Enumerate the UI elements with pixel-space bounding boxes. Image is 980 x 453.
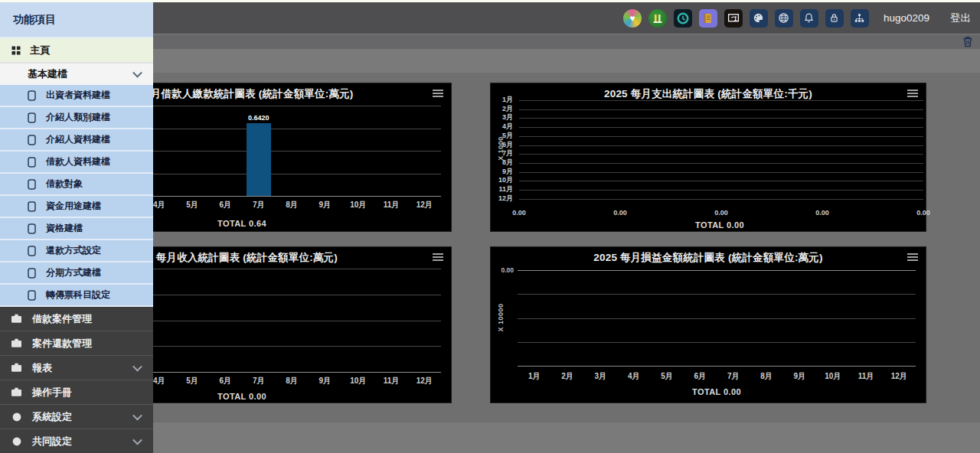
sidebar-item-group[interactable]: 報表 (0, 356, 153, 380)
sidebar-subitem[interactable]: 轉傳票科目設定 (0, 285, 153, 307)
sidebar-subitem[interactable]: 還款方式設定 (0, 240, 153, 262)
flower-logo-icon[interactable]: ♥ (623, 9, 642, 28)
presentation-app-icon[interactable] (724, 9, 743, 28)
sidebar-subitem-label: 介紹人資料建檔 (46, 133, 110, 146)
lock-glyph (828, 11, 841, 24)
sidebar-item-page[interactable]: 案件還款管理 (0, 331, 153, 356)
x-axis-tick: 0.00 (512, 209, 526, 217)
x-axis-label: 5月 (186, 376, 198, 386)
sidebar-subitem[interactable]: 資格建檔 (0, 218, 153, 240)
sidebar-item-page[interactable]: 借款案件管理 (0, 307, 153, 331)
x-axis-label: 11月 (858, 371, 874, 382)
x-axis-label: 7月 (253, 200, 265, 210)
x-axis-label: 9月 (319, 200, 332, 210)
x-axis-label: 6月 (220, 376, 232, 386)
sidebar-subitem[interactable]: 借款對象 (0, 174, 153, 196)
journal-icon (26, 223, 38, 234)
chart-total-label: TOTAL 0.00 (516, 220, 923, 230)
sidebar-item-page[interactable]: 操作手冊 (0, 380, 153, 405)
chart-menu-icon[interactable] (433, 90, 443, 99)
briefcase-icon (11, 314, 22, 324)
journal-icon (26, 135, 38, 145)
row-line (519, 172, 923, 173)
x-axis-label: 8月 (760, 371, 773, 382)
green-bank-logo-icon[interactable] (648, 9, 667, 28)
chevron-down-icon (132, 410, 142, 420)
chart-menu-icon[interactable] (907, 90, 918, 99)
chart-title: 2025 每月損益金額統計圖表 (統計金額單位:萬元) (491, 251, 926, 265)
x-axis-label: 4月 (153, 200, 165, 210)
sidebar-subitem-label: 介紹人類別建檔 (46, 111, 110, 124)
x-axis-label: 9月 (319, 376, 332, 386)
row-line (519, 199, 923, 200)
gridline (518, 342, 916, 343)
y-axis-label: 12月 (491, 194, 513, 204)
x-axis-label: 4月 (628, 371, 640, 382)
x-axis-label: 10月 (350, 200, 366, 210)
chevron-down-icon (132, 435, 142, 445)
sidebar-item-label: 借款案件管理 (32, 312, 92, 326)
sidebar-item-home[interactable]: 主頁 (0, 38, 153, 64)
row-line (519, 100, 923, 101)
x-axis-label: 2月 (561, 371, 573, 382)
sidebar-item-group[interactable]: 共同設定 (0, 429, 153, 453)
scroll-app-icon[interactable] (699, 9, 717, 28)
briefcase-icon (11, 387, 22, 397)
chart-panel-monthly-expense: 2025 每月支出統計圖表 (統計金額單位:千元) TOTAL 0.00 1月2… (490, 83, 926, 232)
sidebar-item-label: 主頁 (30, 44, 50, 57)
sitemap-icon[interactable] (851, 9, 869, 28)
trash-icon[interactable] (962, 36, 973, 47)
logout-button[interactable]: 登出 (950, 11, 971, 25)
journal-icon (26, 179, 38, 190)
sidebar-title: 功能項目 (0, 2, 153, 38)
bar-value-label: 0.6420 (248, 114, 270, 122)
sidebar-subitem[interactable]: 資金用途建檔 (0, 196, 153, 218)
briefcase-icon (11, 338, 22, 348)
chart-title: 2025 每月支出統計圖表 (統計金額單位:千元) (491, 87, 926, 101)
palette-glyph (752, 11, 765, 24)
globe-icon[interactable] (775, 9, 793, 28)
palette-icon[interactable] (750, 9, 768, 28)
row-line (519, 109, 923, 110)
lock-icon[interactable] (825, 9, 844, 28)
sidebar-group-basic[interactable]: 基本建檔 (0, 64, 153, 85)
sidebar-subitem[interactable]: 分期方式建檔 (0, 262, 153, 285)
clock-app-icon[interactable] (674, 9, 692, 28)
bell-glyph (802, 11, 815, 24)
gridline (518, 270, 916, 271)
presentation-glyph (727, 11, 740, 25)
sidebar-subitem-label: 轉傳票科目設定 (46, 288, 110, 301)
circle-icon (11, 437, 22, 446)
sidebar-submenu: 出資者資料建檔介紹人類別建檔介紹人資料建檔借款人資料建檔借款對象資金用途建檔資格… (0, 85, 153, 307)
chevron-down-icon (132, 361, 142, 371)
sidebar-subitem[interactable]: 介紹人資料建檔 (0, 129, 153, 152)
bell-icon[interactable] (800, 9, 818, 28)
x-axis-label: 12月 (891, 371, 907, 382)
sidebar-subitem[interactable]: 出資者資料建檔 (0, 85, 153, 107)
bar-7月 (247, 123, 271, 196)
x-axis-tick: 0.00 (714, 209, 728, 217)
sidebar-subitem-label: 資金用途建檔 (46, 200, 101, 213)
chart-menu-icon[interactable] (907, 253, 918, 262)
x-axis-label: 8月 (286, 376, 298, 386)
row-line (519, 163, 923, 164)
grid-icon (10, 46, 21, 55)
gridline (518, 294, 916, 295)
sidebar-item-group[interactable]: 系統設定 (0, 405, 153, 429)
navbar-right-group: ♥ hugo0209 登出 (623, 2, 974, 34)
sidebar-item-label: 操作手冊 (32, 386, 72, 399)
chart-menu-icon[interactable] (433, 253, 443, 262)
x-axis-label: 12月 (416, 200, 433, 210)
sidebar-item-label: 系統設定 (32, 410, 72, 424)
username: hugo0209 (884, 12, 929, 24)
sidebar-subitem-label: 借款人資料建檔 (46, 155, 110, 168)
journal-icon (26, 290, 38, 301)
journal-icon (26, 246, 38, 256)
globe-glyph (777, 11, 790, 24)
x-axis-tick: 0.00 (916, 209, 930, 217)
chart-panel-monthly-profit: 2025 每月損益金額統計圖表 (統計金額單位:萬元) TOTAL 0.00 1… (490, 246, 926, 403)
journal-icon (26, 90, 38, 101)
sidebar-subitem[interactable]: 借款人資料建檔 (0, 152, 153, 174)
sidebar-subitem[interactable]: 介紹人類別建檔 (0, 107, 153, 129)
chart-total-label: TOTAL 0.00 (518, 387, 916, 396)
